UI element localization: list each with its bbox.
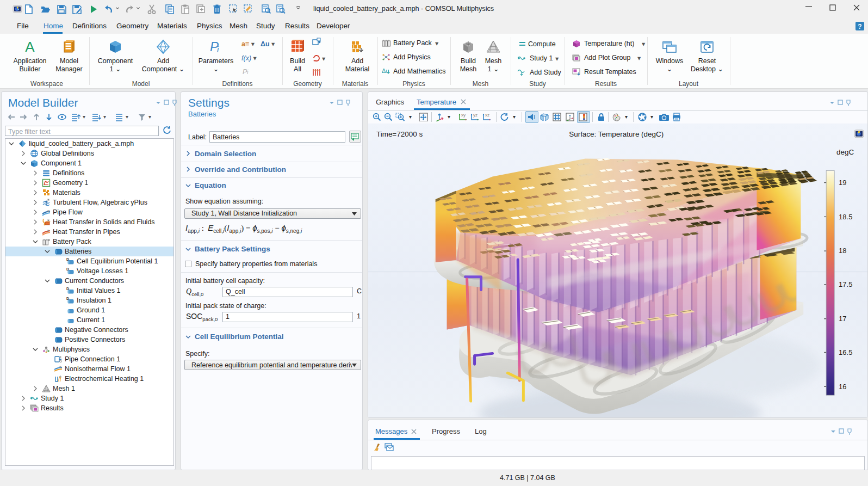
svg-text:19: 19 (839, 179, 846, 187)
svg-text:16: 16 (839, 383, 846, 391)
svg-text:i: i (217, 45, 219, 54)
svg-text:yz: yz (473, 113, 478, 118)
svg-text:A: A (25, 39, 35, 54)
svg-text:D: D (66, 257, 69, 261)
svg-text:xz: xz (485, 113, 489, 118)
svg-text:18.5: 18.5 (839, 213, 852, 221)
svg-text:D: D (66, 287, 69, 291)
svg-text:18: 18 (839, 247, 846, 255)
svg-text:D: D (66, 267, 69, 271)
svg-text:Surface: Temperature (degC): Surface: Temperature (degC) (569, 130, 664, 138)
svg-text:D: D (66, 297, 69, 300)
svg-text:16.5: 16.5 (839, 348, 852, 356)
svg-text:?: ? (858, 23, 861, 30)
svg-text:xy: xy (461, 113, 466, 118)
svg-text:Time=72000 s: Time=72000 s (376, 130, 423, 138)
svg-text:17: 17 (839, 315, 846, 323)
svg-text:degC: degC (836, 148, 854, 156)
svg-text:17.5: 17.5 (839, 280, 852, 288)
